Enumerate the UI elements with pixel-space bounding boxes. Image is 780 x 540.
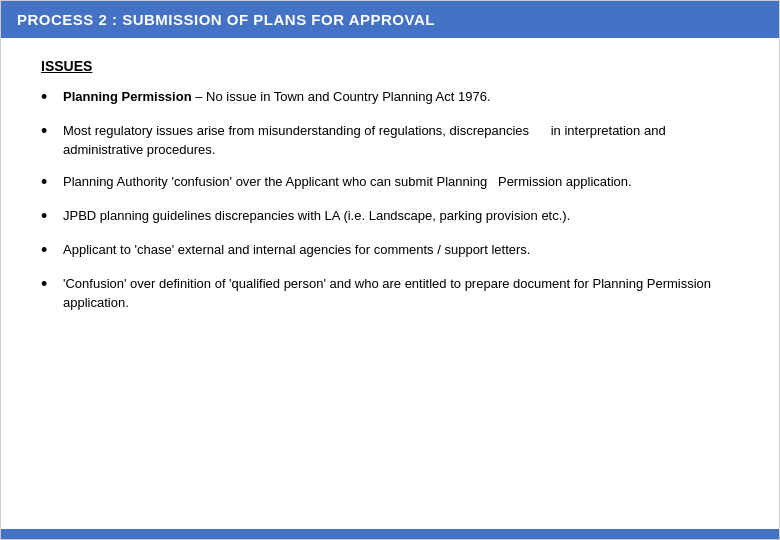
bullet-text: Applicant to 'chase' external and intern… (63, 241, 739, 260)
bullet-text: 'Confusion' over definition of 'qualifie… (63, 275, 739, 313)
bullet-suffix: – No issue in Town and Country Planning … (192, 89, 491, 104)
list-item: • 'Confusion' over definition of 'qualif… (41, 275, 739, 313)
bullet-text: Most regulatory issues arise from misund… (63, 122, 739, 160)
bullet-text: Planning Authority 'confusion' over the … (63, 173, 739, 192)
page-container: PROCESS 2 : SUBMISSION OF PLANS FOR APPR… (0, 0, 780, 540)
list-item: • Applicant to 'chase' external and inte… (41, 241, 739, 261)
list-item: • Most regulatory issues arise from misu… (41, 122, 739, 160)
bullet-dot: • (41, 241, 59, 261)
bullet-text: Planning Permission – No issue in Town a… (63, 88, 739, 107)
bold-prefix: Planning Permission (63, 89, 192, 104)
bullet-list: • Planning Permission – No issue in Town… (41, 88, 739, 313)
issues-heading: ISSUES (41, 58, 739, 74)
bullet-text: JPBD planning guidelines discrepancies w… (63, 207, 739, 226)
bullet-dot: • (41, 122, 59, 142)
header-title: PROCESS 2 : SUBMISSION OF PLANS FOR APPR… (17, 11, 435, 28)
footer-bar (1, 529, 779, 539)
bullet-dot: • (41, 88, 59, 108)
list-item: • JPBD planning guidelines discrepancies… (41, 207, 739, 227)
list-item: • Planning Permission – No issue in Town… (41, 88, 739, 108)
content-area: ISSUES • Planning Permission – No issue … (1, 38, 779, 529)
bullet-dot: • (41, 275, 59, 295)
bullet-dot: • (41, 173, 59, 193)
header-bar: PROCESS 2 : SUBMISSION OF PLANS FOR APPR… (1, 1, 779, 38)
list-item: • Planning Authority 'confusion' over th… (41, 173, 739, 193)
bullet-dot: • (41, 207, 59, 227)
